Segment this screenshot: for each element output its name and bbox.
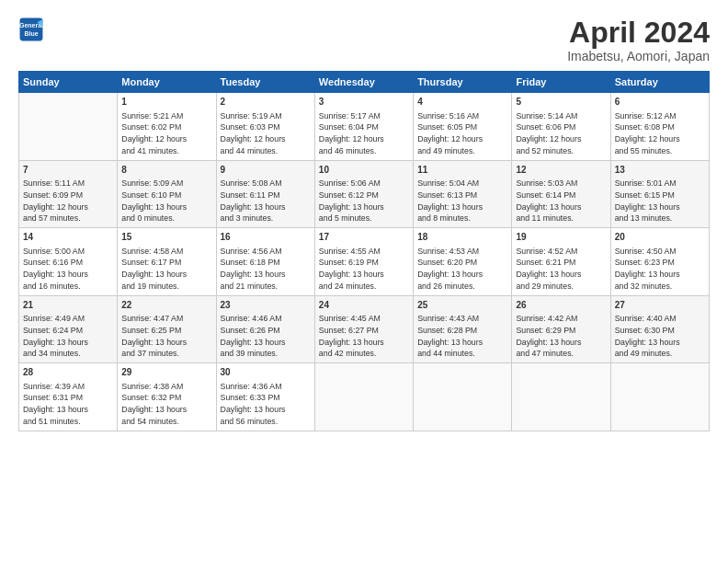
weekday-header-monday: Monday <box>118 72 216 93</box>
day-number: 28 <box>23 366 113 380</box>
weekday-header-thursday: Thursday <box>414 72 512 93</box>
calendar-week-row: 14Sunrise: 5:00 AM Sunset: 6:16 PM Dayli… <box>19 228 710 296</box>
day-number: 24 <box>319 299 409 313</box>
day-number: 12 <box>516 164 606 178</box>
day-info: Sunrise: 4:49 AM Sunset: 6:24 PM Dayligh… <box>23 313 113 360</box>
day-info: Sunrise: 4:50 AM Sunset: 6:23 PM Dayligh… <box>615 246 705 293</box>
svg-text:Blue: Blue <box>24 30 38 37</box>
calendar-cell: 6Sunrise: 5:12 AM Sunset: 6:08 PM Daylig… <box>610 93 709 161</box>
calendar-week-row: 21Sunrise: 4:49 AM Sunset: 6:24 PM Dayli… <box>19 295 710 363</box>
calendar-cell: 13Sunrise: 5:01 AM Sunset: 6:15 PM Dayli… <box>610 160 709 228</box>
weekday-header-friday: Friday <box>512 72 610 93</box>
calendar-cell <box>314 363 413 431</box>
calendar-cell <box>19 93 118 161</box>
day-info: Sunrise: 5:01 AM Sunset: 6:15 PM Dayligh… <box>615 178 705 224</box>
day-info: Sunrise: 4:38 AM Sunset: 6:32 PM Dayligh… <box>121 381 211 428</box>
calendar-cell: 26Sunrise: 4:42 AM Sunset: 6:29 PM Dayli… <box>512 295 610 363</box>
calendar-cell <box>414 363 512 431</box>
day-number: 1 <box>121 96 211 109</box>
day-number: 4 <box>417 96 507 109</box>
day-number: 16 <box>221 231 311 245</box>
day-info: Sunrise: 4:55 AM Sunset: 6:19 PM Dayligh… <box>319 246 409 293</box>
calendar-cell: 24Sunrise: 4:45 AM Sunset: 6:27 PM Dayli… <box>314 295 413 363</box>
day-number: 6 <box>615 96 705 109</box>
day-info: Sunrise: 5:03 AM Sunset: 6:14 PM Dayligh… <box>516 178 606 224</box>
calendar-table: SundayMondayTuesdayWednesdayThursdayFrid… <box>18 71 710 431</box>
calendar-cell: 10Sunrise: 5:06 AM Sunset: 6:12 PM Dayli… <box>314 160 413 228</box>
day-info: Sunrise: 5:00 AM Sunset: 6:16 PM Dayligh… <box>23 246 113 293</box>
calendar-cell: 23Sunrise: 4:46 AM Sunset: 6:26 PM Dayli… <box>216 295 314 363</box>
day-info: Sunrise: 5:16 AM Sunset: 6:05 PM Dayligh… <box>417 110 507 157</box>
calendar-cell: 2Sunrise: 5:19 AM Sunset: 6:03 PM Daylig… <box>216 93 314 161</box>
calendar-week-row: 1Sunrise: 5:21 AM Sunset: 6:02 PM Daylig… <box>19 93 710 161</box>
calendar-cell: 12Sunrise: 5:03 AM Sunset: 6:14 PM Dayli… <box>512 160 610 228</box>
day-number: 13 <box>615 164 705 178</box>
day-number: 26 <box>516 299 606 313</box>
subtitle: Imabetsu, Aomori, Japan <box>567 49 710 63</box>
weekday-header-row: SundayMondayTuesdayWednesdayThursdayFrid… <box>19 72 710 93</box>
calendar-cell: 29Sunrise: 4:38 AM Sunset: 6:32 PM Dayli… <box>118 363 216 431</box>
logo-icon: General Blue <box>18 17 44 42</box>
calendar-cell: 25Sunrise: 4:43 AM Sunset: 6:28 PM Dayli… <box>414 295 512 363</box>
calendar-cell <box>610 363 709 431</box>
day-info: Sunrise: 5:11 AM Sunset: 6:09 PM Dayligh… <box>23 178 113 224</box>
calendar-cell: 18Sunrise: 4:53 AM Sunset: 6:20 PM Dayli… <box>414 228 512 296</box>
day-number: 30 <box>221 366 311 380</box>
calendar-cell: 7Sunrise: 5:11 AM Sunset: 6:09 PM Daylig… <box>19 160 118 228</box>
weekday-header-sunday: Sunday <box>19 72 118 93</box>
day-number: 23 <box>221 299 311 313</box>
calendar-cell: 15Sunrise: 4:58 AM Sunset: 6:17 PM Dayli… <box>118 228 216 296</box>
day-info: Sunrise: 5:09 AM Sunset: 6:10 PM Dayligh… <box>121 178 211 224</box>
day-number: 3 <box>319 96 409 109</box>
day-number: 27 <box>615 299 705 313</box>
calendar-cell: 5Sunrise: 5:14 AM Sunset: 6:06 PM Daylig… <box>512 93 610 161</box>
day-info: Sunrise: 5:17 AM Sunset: 6:04 PM Dayligh… <box>319 110 409 157</box>
day-info: Sunrise: 5:19 AM Sunset: 6:03 PM Dayligh… <box>221 110 311 157</box>
calendar-cell: 14Sunrise: 5:00 AM Sunset: 6:16 PM Dayli… <box>19 228 118 296</box>
day-number: 2 <box>221 96 311 109</box>
day-info: Sunrise: 4:52 AM Sunset: 6:21 PM Dayligh… <box>516 246 606 293</box>
day-number: 11 <box>417 164 507 178</box>
calendar-cell: 4Sunrise: 5:16 AM Sunset: 6:05 PM Daylig… <box>414 93 512 161</box>
day-info: Sunrise: 4:36 AM Sunset: 6:33 PM Dayligh… <box>221 381 311 428</box>
main-title: April 2024 <box>567 17 710 49</box>
calendar-cell: 1Sunrise: 5:21 AM Sunset: 6:02 PM Daylig… <box>118 93 216 161</box>
calendar-cell: 27Sunrise: 4:40 AM Sunset: 6:30 PM Dayli… <box>610 295 709 363</box>
day-number: 14 <box>23 231 113 245</box>
day-info: Sunrise: 4:53 AM Sunset: 6:20 PM Dayligh… <box>417 246 507 293</box>
day-number: 15 <box>121 231 211 245</box>
day-number: 5 <box>516 96 606 109</box>
day-info: Sunrise: 5:21 AM Sunset: 6:02 PM Dayligh… <box>121 110 211 157</box>
day-info: Sunrise: 5:08 AM Sunset: 6:11 PM Dayligh… <box>221 178 311 224</box>
calendar-week-row: 28Sunrise: 4:39 AM Sunset: 6:31 PM Dayli… <box>19 363 710 431</box>
calendar-cell: 19Sunrise: 4:52 AM Sunset: 6:21 PM Dayli… <box>512 228 610 296</box>
day-number: 25 <box>417 299 507 313</box>
day-info: Sunrise: 5:14 AM Sunset: 6:06 PM Dayligh… <box>516 110 606 157</box>
day-info: Sunrise: 4:45 AM Sunset: 6:27 PM Dayligh… <box>319 313 409 360</box>
day-number: 10 <box>319 164 409 178</box>
day-info: Sunrise: 5:04 AM Sunset: 6:13 PM Dayligh… <box>417 178 507 224</box>
day-info: Sunrise: 4:42 AM Sunset: 6:29 PM Dayligh… <box>516 313 606 360</box>
day-info: Sunrise: 4:43 AM Sunset: 6:28 PM Dayligh… <box>417 313 507 360</box>
calendar-cell: 3Sunrise: 5:17 AM Sunset: 6:04 PM Daylig… <box>314 93 413 161</box>
calendar-cell: 28Sunrise: 4:39 AM Sunset: 6:31 PM Dayli… <box>19 363 118 431</box>
calendar-cell: 9Sunrise: 5:08 AM Sunset: 6:11 PM Daylig… <box>216 160 314 228</box>
title-area: April 2024 Imabetsu, Aomori, Japan <box>567 17 710 63</box>
day-number: 29 <box>121 366 211 380</box>
day-number: 17 <box>319 231 409 245</box>
day-number: 21 <box>23 299 113 313</box>
day-number: 22 <box>121 299 211 313</box>
day-info: Sunrise: 4:58 AM Sunset: 6:17 PM Dayligh… <box>121 246 211 293</box>
calendar-week-row: 7Sunrise: 5:11 AM Sunset: 6:09 PM Daylig… <box>19 160 710 228</box>
day-info: Sunrise: 4:40 AM Sunset: 6:30 PM Dayligh… <box>615 313 705 360</box>
day-number: 19 <box>516 231 606 245</box>
calendar-cell: 22Sunrise: 4:47 AM Sunset: 6:25 PM Dayli… <box>118 295 216 363</box>
calendar-cell: 20Sunrise: 4:50 AM Sunset: 6:23 PM Dayli… <box>610 228 709 296</box>
day-number: 18 <box>417 231 507 245</box>
day-info: Sunrise: 5:12 AM Sunset: 6:08 PM Dayligh… <box>615 110 705 157</box>
day-number: 7 <box>23 164 113 178</box>
weekday-header-wednesday: Wednesday <box>314 72 413 93</box>
day-number: 9 <box>221 164 311 178</box>
calendar-cell: 21Sunrise: 4:49 AM Sunset: 6:24 PM Dayli… <box>19 295 118 363</box>
header: General Blue April 2024 Imabetsu, Aomori… <box>18 17 710 63</box>
